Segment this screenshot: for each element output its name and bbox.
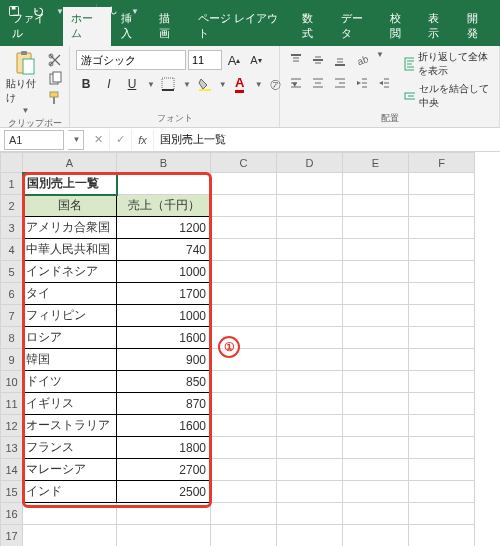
- cell[interactable]: [409, 217, 475, 239]
- formula-input[interactable]: [154, 130, 500, 150]
- cell[interactable]: [277, 393, 343, 415]
- cell[interactable]: アメリカ合衆国: [23, 217, 117, 239]
- underline-button[interactable]: U: [122, 74, 142, 94]
- cell[interactable]: 1000: [117, 261, 211, 283]
- cell[interactable]: 1600: [117, 327, 211, 349]
- align-top-icon[interactable]: [286, 50, 306, 70]
- name-box[interactable]: A1: [4, 130, 64, 150]
- cell[interactable]: インドネシア: [23, 261, 117, 283]
- cell[interactable]: マレーシア: [23, 459, 117, 481]
- increase-font-icon[interactable]: A▴: [224, 50, 244, 70]
- cell[interactable]: タイ: [23, 283, 117, 305]
- cell[interactable]: [343, 217, 409, 239]
- align-left-icon[interactable]: [286, 73, 306, 93]
- cell[interactable]: 740: [117, 239, 211, 261]
- cell[interactable]: 2700: [117, 459, 211, 481]
- cell[interactable]: [211, 217, 277, 239]
- cell[interactable]: [409, 195, 475, 217]
- wrap-text-button[interactable]: 折り返して全体を表示: [404, 50, 493, 78]
- cell[interactable]: [409, 173, 475, 195]
- cell[interactable]: [277, 349, 343, 371]
- orientation-icon[interactable]: ab: [352, 50, 372, 70]
- cell[interactable]: [211, 261, 277, 283]
- tab-view[interactable]: 表示: [420, 7, 457, 46]
- cell[interactable]: [343, 349, 409, 371]
- cell[interactable]: [409, 525, 475, 547]
- cell[interactable]: [211, 393, 277, 415]
- cell[interactable]: [343, 283, 409, 305]
- row-header[interactable]: 3: [1, 217, 23, 239]
- cell[interactable]: [117, 173, 211, 195]
- cell[interactable]: [409, 239, 475, 261]
- col-header-d[interactable]: D: [277, 153, 343, 173]
- cell[interactable]: [211, 481, 277, 503]
- cell[interactable]: [211, 305, 277, 327]
- cell[interactable]: [343, 415, 409, 437]
- row-header[interactable]: 16: [1, 503, 23, 525]
- cell[interactable]: [117, 503, 211, 525]
- align-middle-icon[interactable]: [308, 50, 328, 70]
- cell[interactable]: [23, 525, 117, 547]
- align-bottom-icon[interactable]: [330, 50, 350, 70]
- cell[interactable]: [277, 327, 343, 349]
- cell[interactable]: イギリス: [23, 393, 117, 415]
- cell[interactable]: [277, 305, 343, 327]
- cell[interactable]: [277, 371, 343, 393]
- cell[interactable]: 900: [117, 349, 211, 371]
- col-header-b[interactable]: B: [117, 153, 211, 173]
- cell[interactable]: インド: [23, 481, 117, 503]
- cell[interactable]: [409, 393, 475, 415]
- cell[interactable]: 1800: [117, 437, 211, 459]
- cell[interactable]: [277, 525, 343, 547]
- enter-formula-icon[interactable]: ✓: [110, 130, 132, 150]
- orientation-dropdown-icon[interactable]: ▼: [376, 50, 384, 70]
- underline-dropdown-icon[interactable]: ▼: [147, 80, 155, 89]
- tab-page-layout[interactable]: ページ レイアウト: [190, 7, 292, 46]
- col-header-c[interactable]: C: [211, 153, 277, 173]
- cell[interactable]: [277, 195, 343, 217]
- bold-button[interactable]: B: [76, 74, 96, 94]
- tab-home[interactable]: ホーム: [63, 7, 110, 46]
- row-header[interactable]: 10: [1, 371, 23, 393]
- row-header[interactable]: 2: [1, 195, 23, 217]
- row-header[interactable]: 9: [1, 349, 23, 371]
- cell[interactable]: [277, 239, 343, 261]
- cell[interactable]: [277, 415, 343, 437]
- cell[interactable]: [277, 261, 343, 283]
- cell[interactable]: 1600: [117, 415, 211, 437]
- cell[interactable]: [343, 459, 409, 481]
- merge-center-button[interactable]: セルを結合して中央: [404, 82, 493, 110]
- cell[interactable]: 870: [117, 393, 211, 415]
- row-header[interactable]: 11: [1, 393, 23, 415]
- cell[interactable]: [343, 327, 409, 349]
- cell[interactable]: [409, 437, 475, 459]
- cell[interactable]: フランス: [23, 437, 117, 459]
- worksheet-grid[interactable]: A B C D E F 1国別売上一覧2国名売上（千円）3アメリカ合衆国1200…: [0, 152, 500, 546]
- cell[interactable]: [409, 305, 475, 327]
- cell[interactable]: [211, 239, 277, 261]
- increase-indent-icon[interactable]: [374, 73, 394, 93]
- cell[interactable]: [409, 415, 475, 437]
- fill-dropdown-icon[interactable]: ▼: [219, 80, 227, 89]
- row-header[interactable]: 6: [1, 283, 23, 305]
- paste-button[interactable]: 貼り付け ▼: [6, 50, 43, 115]
- font-color-icon[interactable]: A: [230, 74, 250, 94]
- cancel-formula-icon[interactable]: ✕: [88, 130, 110, 150]
- cell[interactable]: [343, 371, 409, 393]
- cell[interactable]: [277, 503, 343, 525]
- cell[interactable]: [211, 173, 277, 195]
- italic-button[interactable]: I: [99, 74, 119, 94]
- row-header[interactable]: 15: [1, 481, 23, 503]
- cell[interactable]: フィリピン: [23, 305, 117, 327]
- cell[interactable]: 売上（千円）: [117, 195, 211, 217]
- name-box-dropdown-icon[interactable]: ▼: [68, 130, 84, 150]
- cell[interactable]: 1000: [117, 305, 211, 327]
- cell[interactable]: [409, 327, 475, 349]
- cell[interactable]: 1700: [117, 283, 211, 305]
- cell[interactable]: [211, 195, 277, 217]
- cell[interactable]: [23, 503, 117, 525]
- cell[interactable]: [277, 173, 343, 195]
- cell[interactable]: [343, 503, 409, 525]
- cut-icon[interactable]: [47, 52, 63, 68]
- cell[interactable]: オーストラリア: [23, 415, 117, 437]
